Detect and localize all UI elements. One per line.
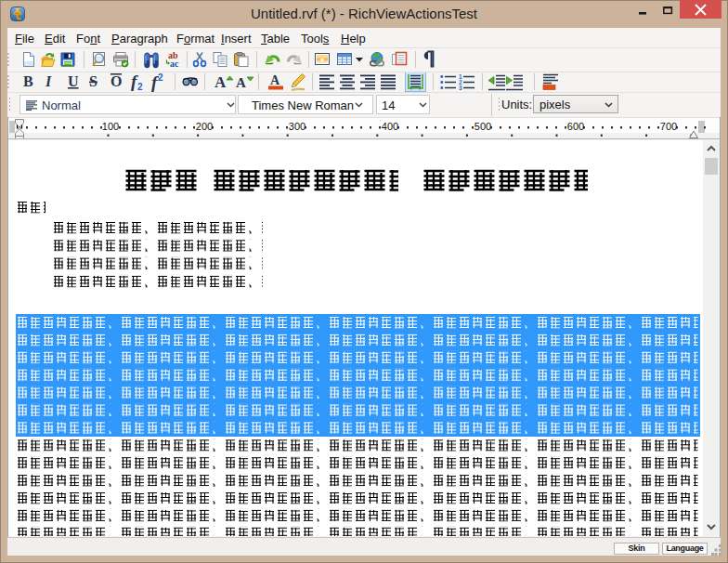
svg-text:ac: ac — [170, 59, 179, 69]
svg-text:S: S — [89, 73, 98, 89]
svg-text:U: U — [68, 73, 79, 89]
svg-text:A: A — [214, 73, 227, 91]
svg-text:400: 400 — [382, 121, 398, 132]
svg-text:2: 2 — [137, 82, 143, 92]
svg-text:300: 300 — [289, 121, 306, 132]
svg-text:700: 700 — [660, 121, 677, 132]
svg-text:B: B — [23, 73, 33, 89]
svg-text:I: I — [45, 73, 52, 89]
svg-text:2: 2 — [158, 72, 163, 83]
svg-text:500: 500 — [474, 121, 491, 132]
svg-text:3: 3 — [459, 85, 462, 91]
svg-text:O: O — [110, 73, 122, 89]
svg-text:A: A — [270, 73, 280, 87]
svg-text:200: 200 — [196, 121, 213, 132]
svg-text:100: 100 — [102, 121, 119, 132]
svg-text:A: A — [236, 75, 246, 90]
svg-text:600: 600 — [567, 121, 584, 132]
